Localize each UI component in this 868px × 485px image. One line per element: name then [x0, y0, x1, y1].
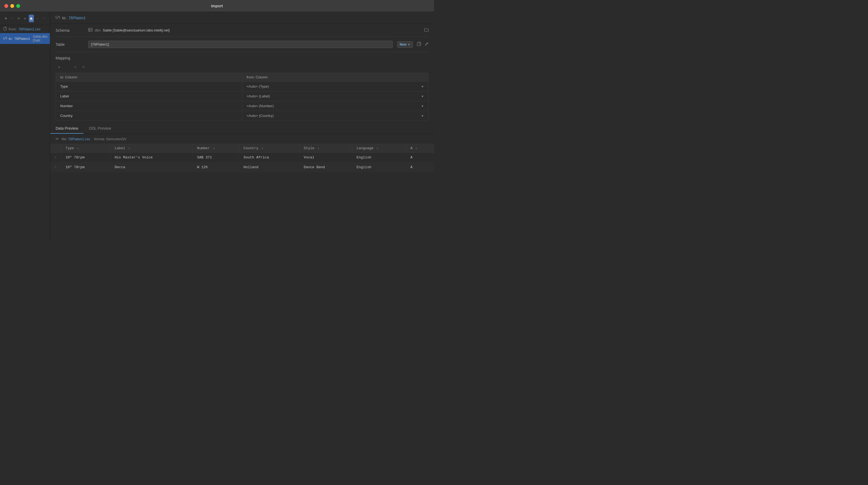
schema-value: dbo Sable [Sable@sanctuarium.labs.intell…: [88, 28, 429, 33]
col-header-number[interactable]: Number ⇅: [193, 144, 239, 153]
add-button[interactable]: +: [3, 14, 8, 22]
tree-item-to-extra: Sable.dbo [Sabl: [33, 35, 48, 42]
left-tree: from: 78Platen1.csv to: 78Platen1 Sable.…: [0, 25, 50, 243]
row-num-1: 1: [50, 153, 61, 162]
mapping-down-button[interactable]: [80, 63, 87, 70]
col-header-style[interactable]: Style ⇅: [299, 144, 352, 153]
row-num-2: 2: [50, 162, 61, 172]
tree-item-from-prefix: from:: [9, 27, 17, 31]
new-badge-label: New: [400, 42, 406, 47]
mapping-cell-from-country[interactable]: <Auto> (Country) ▼: [242, 111, 428, 120]
mapping-cell-from-number[interactable]: <Auto> (Number) ▼: [242, 101, 428, 111]
mapping-cell-from-type[interactable]: <Auto> (Type) ▼: [242, 82, 428, 91]
schema-label: Schema: [56, 28, 88, 33]
move-up-button[interactable]: [16, 14, 21, 22]
active-action-button[interactable]: [29, 14, 34, 22]
left-toolbar: + − ← →: [0, 12, 50, 25]
badge-chevron-icon: ▼: [407, 43, 410, 46]
mapping-row-type: Type <Auto> (Type) ▼: [56, 82, 428, 91]
sort-icon-style: ⇅: [318, 147, 319, 150]
move-down-button[interactable]: [22, 14, 27, 22]
col-header-rownum: [50, 144, 61, 153]
data-table-container: Type ⇅ Label ⇅ Number ⇅: [50, 144, 434, 243]
schema-db-icon: [88, 28, 93, 33]
svg-rect-3: [417, 43, 420, 46]
col-header-type[interactable]: Type ⇅: [61, 144, 110, 153]
tab-ddl-preview[interactable]: DDL Preview: [84, 123, 116, 134]
chevron-down-icon-label: ▼: [421, 95, 424, 98]
tree-item-to-name: 78Platen1: [14, 37, 30, 41]
window-title: Import: [211, 4, 223, 8]
sort-icon-label: ⇅: [128, 147, 130, 150]
maximize-button[interactable]: [16, 4, 20, 8]
col-resizer-country[interactable]: [298, 144, 299, 152]
col-resizer-language[interactable]: [405, 144, 406, 152]
mapping-remove-button[interactable]: −: [64, 63, 71, 70]
cell-language-2: English: [352, 162, 406, 172]
tree-item-from[interactable]: from: 78Platen1.csv: [0, 25, 50, 33]
sort-icon-a: ⇅: [416, 147, 417, 150]
tree-item-to[interactable]: to: 78Platen1 Sable.dbo [Sabl: [0, 33, 50, 44]
forward-button[interactable]: →: [41, 14, 46, 22]
tab-data-preview[interactable]: Data Preview: [50, 123, 84, 134]
preview-file-prefix: file: 78Platen1.csv format: SemcolonSV: [62, 137, 126, 141]
table-value: New ▼: [88, 41, 429, 48]
bottom-tabs: Data Preview DDL Preview: [50, 123, 434, 134]
cell-language-1: English: [352, 153, 406, 162]
minimize-button[interactable]: [10, 4, 14, 8]
col-resizer-type[interactable]: [109, 144, 110, 152]
mapping-cell-from-label[interactable]: <Auto> (Label) ▼: [242, 91, 428, 101]
sort-icon-type: ⇅: [77, 147, 79, 150]
col-header-label[interactable]: Label ⇅: [110, 144, 193, 153]
mapping-col-from: from: Column: [242, 73, 428, 81]
data-preview: ✏ file: 78Platen1.csv format: SemcolonSV: [50, 134, 434, 243]
new-badge[interactable]: New ▼: [397, 41, 413, 48]
form-section: Schema dbo Sable [Sable@sanctuarium.labs…: [50, 24, 434, 52]
mapping-header: Mapping: [50, 52, 434, 62]
main-layout: + − ← →: [0, 12, 434, 243]
cell-country-2: Holland: [239, 162, 299, 172]
edit-pencil-icon: ✏: [56, 137, 59, 141]
cell-number-1: SAB 371: [193, 153, 239, 162]
schema-db-name: dbo: [95, 28, 101, 32]
col-resizer-style[interactable]: [351, 144, 352, 152]
data-table: Type ⇅ Label ⇅ Number ⇅: [50, 144, 434, 172]
mapping-up-button[interactable]: [72, 63, 79, 70]
chevron-down-icon-country: ▼: [421, 114, 424, 117]
cell-country-1: South Africa: [239, 153, 299, 162]
mapping-label: Mapping: [56, 56, 70, 60]
col-header-language[interactable]: Language ⇅: [352, 144, 406, 153]
tree-item-to-prefix: to:: [9, 37, 12, 41]
back-button[interactable]: ←: [35, 14, 40, 22]
sort-icon-number: ⇅: [213, 147, 215, 150]
edit-icon[interactable]: [425, 42, 429, 47]
remove-button[interactable]: −: [9, 14, 14, 22]
table-label: Table: [56, 42, 88, 47]
titlebar: Import: [0, 0, 434, 12]
mapping-add-button[interactable]: +: [56, 63, 63, 70]
copy-icon[interactable]: [416, 42, 421, 47]
cell-label-1: His Master's Voice: [110, 153, 193, 162]
mapping-cell-to-country: Country: [56, 111, 242, 120]
header-link-icon: [56, 15, 60, 20]
close-button[interactable]: [4, 4, 8, 8]
table-row: Table New ▼: [56, 37, 429, 52]
col-header-a[interactable]: A ⇅: [406, 144, 434, 153]
cell-type-1: 10" 78rpm: [61, 153, 110, 162]
svg-rect-2: [88, 28, 92, 31]
cell-number-2: W 126: [193, 162, 239, 172]
tree-item-from-name: 78Platen1.csv: [19, 27, 41, 31]
col-resizer-label[interactable]: [191, 144, 193, 152]
window-controls: [4, 4, 20, 8]
schema-schema-text: Sable [Sable@sanctuarium.labs.intellij.n…: [103, 28, 170, 32]
col-header-country[interactable]: Country ⇅: [239, 144, 299, 153]
right-header: to: 78Platen1: [50, 12, 434, 24]
table-input[interactable]: [88, 41, 393, 48]
mapping-row-label: Label <Auto> (Label) ▼: [56, 91, 428, 101]
chevron-down-icon-type: ▼: [421, 85, 424, 88]
cell-style-2: Dance Band: [299, 162, 352, 172]
col-resizer-number[interactable]: [238, 144, 239, 152]
folder-button[interactable]: [424, 28, 429, 33]
cell-a-2: A: [406, 162, 434, 172]
mapping-cell-to-number: Number: [56, 101, 242, 111]
